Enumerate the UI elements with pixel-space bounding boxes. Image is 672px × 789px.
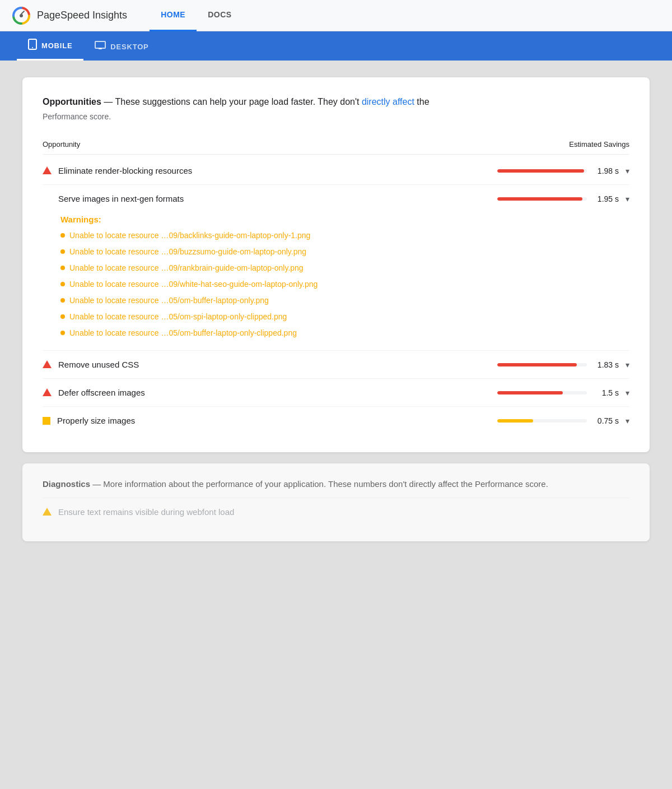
opp-right-nextgen: 1.95 s ▾ bbox=[484, 194, 629, 203]
chevron-down-icon[interactable]: ▾ bbox=[626, 416, 629, 425]
opp-expanded-warnings: Warnings: Unable to locate resource …09/… bbox=[43, 203, 629, 341]
opp-left-size: Properly size images bbox=[43, 416, 484, 425]
nav-tab-home[interactable]: HOME bbox=[150, 0, 197, 31]
device-tab-mobile[interactable]: MOBILE bbox=[17, 39, 83, 61]
device-bar: MOBILE DESKTOP bbox=[0, 31, 672, 61]
table-header: Opportunity Estimated Savings bbox=[43, 134, 629, 155]
opp-label-eliminate: Eliminate render-blocking resources bbox=[58, 166, 192, 175]
savings-bar-container bbox=[497, 169, 587, 173]
warning-item: Unable to locate resource …05/om-buffer-… bbox=[60, 325, 629, 341]
opportunities-header: Opportunities — These suggestions can he… bbox=[43, 95, 629, 121]
savings-bar-container-nextgen bbox=[497, 197, 587, 201]
warning-item: Unable to locate resource …09/buzzsumo-g… bbox=[60, 244, 629, 260]
savings-bar-unused-css bbox=[497, 363, 577, 366]
warning-text: Unable to locate resource …09/buzzsumo-g… bbox=[69, 246, 306, 258]
square-orange-icon bbox=[43, 417, 50, 425]
opp-subtitle: Performance score. bbox=[43, 112, 629, 121]
pagespeed-logo bbox=[11, 6, 31, 26]
opp-label-nextgen: Serve images in next-gen formats bbox=[58, 194, 184, 203]
col-opportunity-header: Opportunity bbox=[43, 140, 80, 148]
bullet-dot bbox=[60, 233, 65, 238]
nav-tab-docs[interactable]: DOCS bbox=[197, 0, 242, 31]
opp-desc-suffix: the bbox=[417, 97, 429, 106]
svg-rect-6 bbox=[95, 41, 105, 48]
savings-value-eliminate: 1.98 s bbox=[594, 166, 619, 175]
logo-area: PageSpeed Insights bbox=[11, 6, 150, 26]
savings-bar-container-unused-css bbox=[497, 363, 587, 366]
diag-row-label: Ensure text remains visible during webfo… bbox=[58, 507, 234, 517]
warning-item: Unable to locate resource …05/om-spi-lap… bbox=[60, 309, 629, 325]
warning-text: Unable to locate resource …05/om-buffer-… bbox=[69, 327, 297, 339]
mobile-icon bbox=[28, 39, 37, 52]
col-savings-header: Estimated Savings bbox=[569, 140, 629, 148]
warning-item: Unable to locate resource …09/rankbrain-… bbox=[60, 260, 629, 276]
opp-label-unused-css: Remove unused CSS bbox=[58, 360, 139, 369]
opp-row-main: Eliminate render-blocking resources 1.98… bbox=[43, 166, 629, 175]
chevron-up-icon[interactable]: ▾ bbox=[626, 194, 629, 203]
chevron-down-icon[interactable]: ▾ bbox=[626, 360, 629, 369]
mobile-tab-label: MOBILE bbox=[41, 41, 72, 50]
opp-row-main-size: Properly size images 0.75 s ▾ bbox=[43, 416, 629, 425]
savings-value-defer: 1.5 s bbox=[594, 388, 619, 397]
savings-value-unused-css: 1.83 s bbox=[594, 360, 619, 369]
warning-text: Unable to locate resource …05/om-spi-lap… bbox=[69, 311, 287, 323]
savings-bar-container-size bbox=[497, 419, 587, 423]
opp-right-unused-css: 1.83 s ▾ bbox=[484, 360, 629, 369]
opp-row-main-defer: Defer offscreen images 1.5 s ▾ bbox=[43, 388, 629, 397]
opp-row-unused-css: Remove unused CSS 1.83 s ▾ bbox=[43, 351, 629, 379]
warning-item: Unable to locate resource …05/om-buffer-… bbox=[60, 293, 629, 309]
bullet-dot bbox=[60, 298, 65, 303]
opp-left: Eliminate render-blocking resources bbox=[43, 166, 484, 175]
opp-right-defer: 1.5 s ▾ bbox=[484, 388, 629, 397]
bullet-dot bbox=[60, 331, 65, 335]
diag-desc-prefix: — More information about the performance… bbox=[92, 479, 409, 489]
chevron-down-icon[interactable]: ▾ bbox=[626, 388, 629, 397]
opp-label-size: Properly size images bbox=[57, 416, 135, 425]
diag-desc-suffix: the Performance score. bbox=[461, 479, 548, 489]
savings-bar bbox=[497, 169, 584, 173]
opp-title: Opportunities bbox=[43, 97, 101, 106]
chevron-down-icon[interactable]: ▾ bbox=[626, 166, 629, 175]
diag-row: Ensure text remains visible during webfo… bbox=[43, 498, 629, 526]
opp-label-defer: Defer offscreen images bbox=[58, 388, 145, 397]
triangle-red-icon bbox=[43, 360, 52, 368]
bullet-dot bbox=[60, 314, 65, 319]
savings-value-size: 0.75 s bbox=[594, 416, 619, 425]
triangle-red-icon bbox=[43, 166, 52, 174]
warning-list: Unable to locate resource …09/backlinks-… bbox=[60, 228, 629, 341]
diag-title: Diagnostics bbox=[43, 479, 90, 489]
savings-bar-defer bbox=[497, 391, 563, 395]
bullet-dot bbox=[60, 266, 65, 270]
warning-text: Unable to locate resource …09/backlinks-… bbox=[69, 230, 310, 242]
warning-item: Unable to locate resource …09/white-hat-… bbox=[60, 276, 629, 293]
opp-row-defer-offscreen: Defer offscreen images 1.5 s ▾ bbox=[43, 379, 629, 407]
nav-tabs: HOME DOCS bbox=[150, 0, 242, 31]
top-nav: PageSpeed Insights HOME DOCS bbox=[0, 0, 672, 31]
opp-row-main-nextgen: Serve images in next-gen formats 1.95 s … bbox=[43, 194, 629, 203]
opp-row-nextgen-images: Serve images in next-gen formats 1.95 s … bbox=[43, 185, 629, 351]
warning-item: Unable to locate resource …09/backlinks-… bbox=[60, 228, 629, 244]
savings-bar-size bbox=[497, 419, 533, 423]
savings-value-nextgen: 1.95 s bbox=[594, 194, 619, 203]
warning-text: Unable to locate resource …09/white-hat-… bbox=[69, 279, 318, 290]
diag-link2[interactable]: affect bbox=[438, 479, 458, 489]
svg-point-5 bbox=[32, 47, 33, 48]
bullet-dot bbox=[60, 282, 65, 286]
opp-row-size-images: Properly size images 0.75 s ▾ bbox=[43, 407, 629, 434]
opp-left-unused-css: Remove unused CSS bbox=[43, 360, 484, 369]
device-tab-desktop[interactable]: DESKTOP bbox=[83, 41, 160, 61]
opp-title-row: Opportunities — These suggestions can he… bbox=[43, 95, 629, 109]
triangle-red-icon bbox=[43, 388, 52, 396]
diag-link[interactable]: directly bbox=[409, 479, 436, 489]
diag-header: Diagnostics — More information about the… bbox=[43, 479, 629, 489]
bullet-dot bbox=[60, 249, 65, 254]
diagnostics-card: Diagnostics — More information about the… bbox=[22, 463, 650, 541]
triangle-orange-icon bbox=[43, 508, 52, 516]
opp-left-nextgen: Serve images in next-gen formats bbox=[43, 194, 484, 203]
opp-link[interactable]: directly affect bbox=[362, 97, 414, 106]
warnings-label: Warnings: bbox=[60, 215, 629, 224]
warning-text: Unable to locate resource …05/om-buffer-… bbox=[69, 295, 269, 307]
savings-bar-nextgen bbox=[497, 197, 582, 201]
desktop-icon bbox=[95, 41, 106, 52]
opp-right: 1.98 s ▾ bbox=[484, 166, 629, 175]
